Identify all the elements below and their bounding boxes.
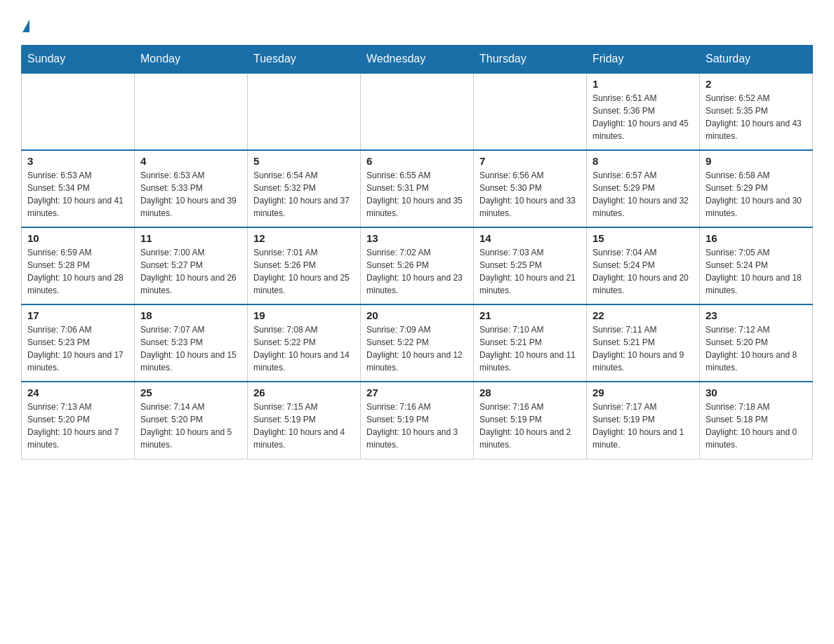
day-number: 29 [593,387,694,398]
calendar-cell: 12Sunrise: 7:01 AM Sunset: 5:26 PM Dayli… [248,227,361,304]
day-number: 6 [366,155,468,167]
day-number: 7 [479,155,581,167]
calendar-cell: 9Sunrise: 6:58 AM Sunset: 5:29 PM Daylig… [700,150,813,227]
calendar-cell: 27Sunrise: 7:16 AM Sunset: 5:19 PM Dayli… [361,382,474,459]
calendar-cell: 2Sunrise: 6:52 AM Sunset: 5:35 PM Daylig… [700,73,813,150]
calendar-table: SundayMondayTuesdayWednesdayThursdayFrid… [21,45,813,459]
day-number: 20 [366,309,468,321]
day-info: Sunrise: 7:16 AM Sunset: 5:19 PM Dayligh… [366,401,468,451]
day-of-week-header: Wednesday [361,46,474,74]
calendar-cell: 7Sunrise: 6:56 AM Sunset: 5:30 PM Daylig… [474,150,587,227]
day-info: Sunrise: 7:01 AM Sunset: 5:26 PM Dayligh… [253,246,355,297]
day-number: 18 [140,309,241,321]
calendar-cell: 11Sunrise: 7:00 AM Sunset: 5:27 PM Dayli… [135,227,248,304]
day-number: 13 [366,232,468,244]
calendar-cell: 5Sunrise: 6:54 AM Sunset: 5:32 PM Daylig… [248,150,361,227]
calendar-cell: 13Sunrise: 7:02 AM Sunset: 5:26 PM Dayli… [361,227,474,304]
day-number: 19 [253,309,355,321]
day-info: Sunrise: 7:10 AM Sunset: 5:21 PM Dayligh… [479,323,581,374]
day-info: Sunrise: 6:55 AM Sunset: 5:31 PM Dayligh… [366,169,468,220]
day-info: Sunrise: 7:02 AM Sunset: 5:26 PM Dayligh… [366,246,468,297]
day-number: 15 [593,232,694,244]
day-info: Sunrise: 7:07 AM Sunset: 5:23 PM Dayligh… [140,323,241,374]
calendar-week-row: 17Sunrise: 7:06 AM Sunset: 5:23 PM Dayli… [22,304,813,382]
day-number: 21 [479,309,581,321]
day-info: Sunrise: 7:00 AM Sunset: 5:27 PM Dayligh… [140,246,241,297]
day-number: 2 [706,78,807,90]
day-info: Sunrise: 7:13 AM Sunset: 5:20 PM Dayligh… [27,401,128,451]
day-of-week-header: Saturday [700,46,813,74]
calendar-cell: 25Sunrise: 7:14 AM Sunset: 5:20 PM Dayli… [135,382,248,459]
day-number: 11 [140,232,241,244]
calendar-cell: 19Sunrise: 7:08 AM Sunset: 5:22 PM Dayli… [248,304,361,382]
day-info: Sunrise: 7:05 AM Sunset: 5:24 PM Dayligh… [706,246,807,297]
calendar-cell: 30Sunrise: 7:18 AM Sunset: 5:18 PM Dayli… [700,382,813,459]
page-header [21,14,813,32]
calendar-cell: 17Sunrise: 7:06 AM Sunset: 5:23 PM Dayli… [22,304,135,382]
calendar-cell: 24Sunrise: 7:13 AM Sunset: 5:20 PM Dayli… [22,382,135,459]
day-number: 24 [27,387,128,398]
day-info: Sunrise: 7:15 AM Sunset: 5:19 PM Dayligh… [253,401,355,451]
calendar-cell: 22Sunrise: 7:11 AM Sunset: 5:21 PM Dayli… [587,304,700,382]
calendar-cell [22,73,135,150]
day-info: Sunrise: 7:09 AM Sunset: 5:22 PM Dayligh… [366,323,468,374]
logo-triangle-icon [22,20,29,32]
day-number: 22 [593,309,694,321]
day-info: Sunrise: 7:06 AM Sunset: 5:23 PM Dayligh… [27,323,128,374]
day-info: Sunrise: 6:58 AM Sunset: 5:29 PM Dayligh… [706,169,807,220]
day-number: 23 [706,309,807,321]
day-info: Sunrise: 7:17 AM Sunset: 5:19 PM Dayligh… [593,401,694,451]
day-info: Sunrise: 6:56 AM Sunset: 5:30 PM Dayligh… [479,169,581,220]
day-info: Sunrise: 7:16 AM Sunset: 5:19 PM Dayligh… [479,401,581,451]
day-number: 10 [27,232,128,244]
day-number: 8 [593,155,694,167]
day-info: Sunrise: 7:18 AM Sunset: 5:18 PM Dayligh… [706,401,807,451]
day-number: 25 [140,387,241,398]
day-info: Sunrise: 6:59 AM Sunset: 5:28 PM Dayligh… [27,246,128,297]
day-number: 5 [253,155,355,167]
day-info: Sunrise: 6:54 AM Sunset: 5:32 PM Dayligh… [253,169,355,220]
day-number: 16 [706,232,807,244]
day-info: Sunrise: 6:53 AM Sunset: 5:34 PM Dayligh… [27,169,128,220]
calendar-cell: 14Sunrise: 7:03 AM Sunset: 5:25 PM Dayli… [474,227,587,304]
calendar-week-row: 10Sunrise: 6:59 AM Sunset: 5:28 PM Dayli… [22,227,813,304]
calendar-cell: 26Sunrise: 7:15 AM Sunset: 5:19 PM Dayli… [248,382,361,459]
calendar-cell: 4Sunrise: 6:53 AM Sunset: 5:33 PM Daylig… [135,150,248,227]
calendar-cell: 20Sunrise: 7:09 AM Sunset: 5:22 PM Dayli… [361,304,474,382]
logo [21,14,29,32]
day-number: 14 [479,232,581,244]
calendar-cell: 15Sunrise: 7:04 AM Sunset: 5:24 PM Dayli… [587,227,700,304]
calendar-cell: 3Sunrise: 6:53 AM Sunset: 5:34 PM Daylig… [22,150,135,227]
day-info: Sunrise: 6:57 AM Sunset: 5:29 PM Dayligh… [593,169,694,220]
day-info: Sunrise: 7:14 AM Sunset: 5:20 PM Dayligh… [140,401,241,451]
calendar-cell: 16Sunrise: 7:05 AM Sunset: 5:24 PM Dayli… [700,227,813,304]
calendar-cell [474,73,587,150]
calendar-cell [248,73,361,150]
calendar-week-row: 1Sunrise: 6:51 AM Sunset: 5:36 PM Daylig… [22,73,813,150]
calendar-header-row: SundayMondayTuesdayWednesdayThursdayFrid… [22,46,813,74]
day-info: Sunrise: 7:12 AM Sunset: 5:20 PM Dayligh… [706,323,807,374]
calendar-week-row: 3Sunrise: 6:53 AM Sunset: 5:34 PM Daylig… [22,150,813,227]
calendar-week-row: 24Sunrise: 7:13 AM Sunset: 5:20 PM Dayli… [22,382,813,459]
day-number: 1 [593,78,694,90]
day-of-week-header: Monday [135,46,248,74]
day-of-week-header: Thursday [474,46,587,74]
day-number: 17 [27,309,128,321]
calendar-cell: 18Sunrise: 7:07 AM Sunset: 5:23 PM Dayli… [135,304,248,382]
day-info: Sunrise: 6:53 AM Sunset: 5:33 PM Dayligh… [140,169,241,220]
day-of-week-header: Tuesday [248,46,361,74]
day-info: Sunrise: 7:11 AM Sunset: 5:21 PM Dayligh… [593,323,694,374]
day-info: Sunrise: 7:03 AM Sunset: 5:25 PM Dayligh… [479,246,581,297]
day-number: 12 [253,232,355,244]
day-of-week-header: Friday [587,46,700,74]
calendar-cell: 6Sunrise: 6:55 AM Sunset: 5:31 PM Daylig… [361,150,474,227]
day-of-week-header: Sunday [22,46,135,74]
day-info: Sunrise: 6:51 AM Sunset: 5:36 PM Dayligh… [593,92,694,142]
day-number: 30 [706,387,807,398]
calendar-cell: 23Sunrise: 7:12 AM Sunset: 5:20 PM Dayli… [700,304,813,382]
day-number: 28 [479,387,581,398]
day-info: Sunrise: 7:08 AM Sunset: 5:22 PM Dayligh… [253,323,355,374]
calendar-cell [361,73,474,150]
day-number: 26 [253,387,355,398]
calendar-cell: 1Sunrise: 6:51 AM Sunset: 5:36 PM Daylig… [587,73,700,150]
